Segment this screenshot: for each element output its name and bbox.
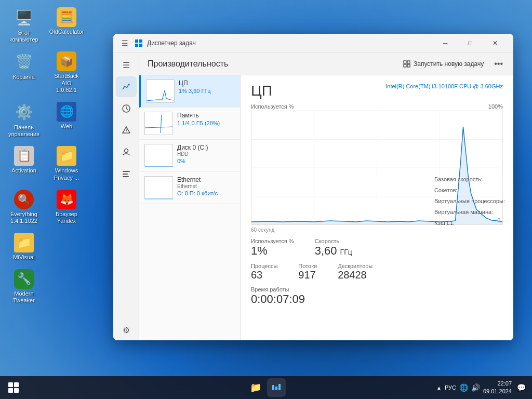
- maximize-button[interactable]: □: [458, 35, 482, 51]
- window-controls: ─ □ ✕: [433, 35, 507, 51]
- sidebar-startup-btn[interactable]: [116, 120, 137, 141]
- taskbar-left: [4, 378, 23, 397]
- taskbar-clock[interactable]: 22:07 09.01.2024: [483, 380, 512, 396]
- web-label: Web: [61, 123, 72, 130]
- svg-rect-9: [123, 174, 128, 175]
- desktop-icon-win-privacy[interactable]: 📁 WindowsPrivacy ...: [48, 144, 85, 183]
- svg-rect-2: [135, 44, 138, 47]
- taskbar: 📁 ▲ РУС 🌐 🔊 22:07 09.01.2024 💬: [0, 376, 532, 399]
- yandex-icon: 🦊: [57, 190, 76, 209]
- svg-point-7: [124, 149, 128, 153]
- virtual-machine-label: Виртуальная машина:: [434, 207, 505, 218]
- desktop-row-3: ⚙️ Панельуправления 🌐 Web: [5, 100, 85, 140]
- svg-rect-3: [139, 44, 142, 47]
- svg-rect-16: [145, 112, 173, 135]
- perf-item-memory[interactable]: Память 1,1/4,0 ГБ (28%): [139, 108, 240, 140]
- notification-arrow[interactable]: ▲: [436, 385, 442, 391]
- disk-type: HDD: [177, 151, 235, 157]
- cpu-detail-panel: ЦП Intel(R) Core(TM) i3-10100F CPU @ 3.6…: [241, 75, 513, 340]
- desktop-icon-this-pc[interactable]: 🖥️ Этоткомпьютер: [5, 5, 43, 45]
- virtual-proc-label: Виртуальные процессоры:: [434, 196, 505, 207]
- speed-stat: Скорость 3,60 ГГц: [315, 238, 352, 258]
- svg-rect-14: [407, 64, 410, 67]
- windows-logo: [8, 382, 19, 393]
- start-button[interactable]: [4, 378, 23, 397]
- desktop-icon-startback[interactable]: 📦 StartBack AIO1.0.62.1: [48, 49, 85, 96]
- date-display: 09.01.2024: [483, 388, 512, 395]
- svg-rect-11: [404, 61, 406, 63]
- stats-row-1: Используется % 1% Скорость 3,60 ГГц: [251, 238, 503, 258]
- perf-item-ethernet[interactable]: Ethernet Ethernet О: 0 П: 0 кбит/с: [139, 172, 240, 204]
- threads-stat: Потоки 917: [298, 263, 317, 281]
- ethernet-detail: О: 0 П: 0 кбит/с: [177, 190, 235, 196]
- startback-label: StartBack AIO1.0.62.1: [50, 73, 83, 94]
- speed-stat-label: Скорость: [315, 238, 352, 244]
- mi-visual-icon: 📁: [14, 233, 34, 252]
- taskbar-file-explorer[interactable]: 📁: [246, 378, 265, 397]
- desktop-icon-activation[interactable]: 📋 Activation: [5, 144, 43, 183]
- run-task-icon: [403, 60, 410, 68]
- old-calc-label: OldCalculator: [49, 29, 84, 35]
- language-indicator[interactable]: РУС: [445, 384, 456, 391]
- threads-value: 917: [298, 269, 317, 281]
- minimize-button[interactable]: ─: [433, 35, 457, 51]
- desktop-row-4: 📋 Activation 📁 WindowsPrivacy ...: [5, 144, 85, 183]
- notification-center-btn[interactable]: 💬: [515, 381, 528, 394]
- desktop-icon-yandex[interactable]: 🦊 БраузерYandex: [48, 188, 85, 227]
- base-speed-label: Базовая скорость:: [434, 174, 505, 185]
- desktop-row-1: 🖥️ Этоткомпьютер 🧮 OldCalculator: [5, 5, 85, 45]
- svg-rect-1: [139, 39, 142, 43]
- sidebar-history-btn[interactable]: [116, 98, 137, 119]
- perf-item-disk[interactable]: Диск 0 (C:) HDD 0%: [139, 140, 240, 172]
- descriptors-label: Дескрипторы: [338, 263, 373, 269]
- cpu-detail: 1% 3,60 ГГц: [179, 88, 235, 94]
- uptime-row: Время работы 0:00:07:09: [251, 286, 503, 306]
- desktop-icon-old-calc[interactable]: 🧮 OldCalculator: [48, 5, 85, 45]
- perf-item-cpu[interactable]: ЦП 1% 3,60 ГГц: [139, 75, 240, 108]
- run-new-task-btn[interactable]: Запустить новую задачу: [399, 58, 488, 70]
- desktop-icon-recycle[interactable]: 🗑️ Корзина: [5, 49, 43, 96]
- sidebar-performance-btn[interactable]: [116, 76, 137, 97]
- desktop-icon-web[interactable]: 🌐 Web: [48, 100, 85, 140]
- svg-rect-15: [147, 80, 175, 103]
- recycle-label: Корзина: [13, 74, 35, 81]
- desktop-row-6: 📁 MiVisual: [5, 231, 85, 263]
- svg-rect-8: [123, 171, 130, 172]
- desktop-icon-area: 🖥️ Этоткомпьютер 🧮 OldCalculator 🗑️ Корз…: [5, 5, 85, 307]
- desktop-icon-control-panel[interactable]: ⚙️ Панельуправления: [5, 100, 43, 140]
- desktop-row-2: 🗑️ Корзина 📦 StartBack AIO1.0.62.1: [5, 49, 85, 96]
- svg-rect-28: [275, 387, 277, 390]
- sidebar-details-btn[interactable]: [116, 164, 137, 184]
- cpu-name: ЦП: [179, 79, 235, 87]
- cpu-mini-chart: [146, 79, 175, 103]
- sidebar-users-btn[interactable]: [116, 142, 137, 163]
- more-options-btn[interactable]: •••: [492, 57, 505, 71]
- desktop-icon-mi-visual[interactable]: 📁 MiVisual: [5, 231, 43, 263]
- performance-list: ЦП 1% 3,60 ГГц: [139, 75, 241, 340]
- processes-stat: Процессы 63: [251, 263, 277, 281]
- cache-l1-label: Кэш L1:: [434, 218, 505, 229]
- taskbar-perf-monitor[interactable]: [267, 378, 286, 397]
- usage-stat-value: 1%: [251, 244, 294, 258]
- mi-visual-label: MiVisual: [13, 254, 34, 261]
- run-task-label: Запустить новую задачу: [414, 60, 484, 68]
- ethernet-type: Ethernet: [177, 183, 235, 189]
- taskbar-center: 📁: [246, 378, 286, 397]
- hamburger-menu-btn[interactable]: ☰: [119, 37, 130, 49]
- desktop-row-5: 🔍 Everything1.4.1.1022 🦊 БраузерYandex: [5, 188, 85, 227]
- close-button[interactable]: ✕: [483, 35, 507, 51]
- usage-label: Используется %: [251, 103, 294, 110]
- speed-stat-value: 3,60 ГГц: [315, 244, 352, 258]
- memory-mini-chart: [144, 112, 173, 135]
- sidebar-menu-btn[interactable]: ☰: [116, 55, 137, 75]
- svg-rect-10: [123, 176, 129, 177]
- desktop-icon-modern-tweaker[interactable]: 🔧 ModernTweaker: [5, 267, 43, 306]
- network-icon[interactable]: 🌐: [459, 383, 468, 392]
- volume-icon[interactable]: 🔊: [471, 383, 480, 392]
- sidebar-settings-btn[interactable]: ⚙: [116, 320, 137, 340]
- old-calc-icon: 🧮: [57, 7, 76, 27]
- cpu-header: ЦП Intel(R) Core(TM) i3-10100F CPU @ 3.6…: [251, 83, 503, 99]
- memory-info: Память 1,1/4,0 ГБ (28%): [177, 112, 235, 126]
- desktop-icon-everything[interactable]: 🔍 Everything1.4.1.1022: [5, 188, 43, 227]
- time-display: 22:07: [483, 380, 512, 388]
